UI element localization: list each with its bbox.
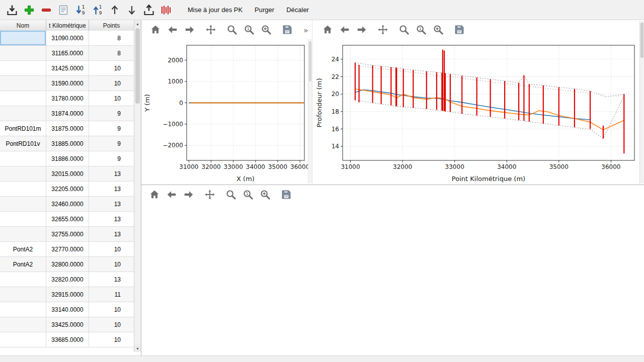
export-icon[interactable]	[141, 2, 157, 18]
cell-nom[interactable]: PontA2	[0, 257, 46, 272]
cell-nom[interactable]	[0, 76, 46, 91]
cell-pk[interactable]: 31886.0000	[46, 151, 89, 166]
cell-points[interactable]: 10	[89, 91, 134, 106]
form-icon[interactable]	[55, 2, 71, 18]
cell-nom[interactable]	[0, 197, 46, 212]
zoom-one-icon[interactable]: 1	[414, 23, 428, 37]
scrollbar-thumb[interactable]	[640, 23, 643, 58]
zoom-select-icon[interactable]	[259, 23, 273, 37]
cell-pk[interactable]: 31885.0000	[46, 136, 89, 151]
sort-desc-icon[interactable]: 19	[72, 2, 89, 18]
cell-nom[interactable]	[0, 212, 46, 227]
cell-points[interactable]: 13	[89, 197, 134, 212]
cell-nom[interactable]	[0, 106, 46, 121]
cell-pk[interactable]: 32915.0000	[46, 287, 89, 302]
cell-pk[interactable]: 32755.0000	[46, 227, 89, 242]
cell-pk[interactable]: 32015.0000	[46, 166, 89, 182]
home-icon[interactable]	[148, 23, 163, 37]
cell-nom[interactable]	[0, 91, 46, 106]
sections-icon[interactable]	[158, 2, 174, 18]
zoom-select-icon[interactable]	[431, 23, 445, 37]
pan-icon[interactable]	[204, 23, 218, 37]
forward-icon[interactable]	[355, 23, 369, 37]
profile-scrollbar[interactable]	[639, 21, 644, 184]
cell-points[interactable]: 13	[89, 166, 134, 182]
cell-pk[interactable]: 32800.0000	[46, 257, 89, 272]
plan-view-scrollbar[interactable]	[308, 39, 312, 184]
save-icon[interactable]	[452, 23, 466, 37]
cell-pk[interactable]: 32820.0000	[46, 272, 89, 287]
cell-points[interactable]: 13	[89, 212, 134, 227]
cell-nom[interactable]	[0, 31, 46, 46]
cell-points[interactable]: 9	[89, 136, 134, 151]
cell-nom[interactable]	[0, 151, 46, 166]
shift-button[interactable]: Décaler	[281, 3, 314, 17]
scrollbar-thumb[interactable]	[309, 41, 311, 81]
move-up-icon[interactable]	[107, 2, 123, 18]
cell-points[interactable]: 8	[89, 31, 134, 46]
cell-pk[interactable]: 31090.0000	[46, 31, 89, 46]
cell-nom[interactable]	[0, 166, 46, 182]
home-icon[interactable]	[147, 188, 162, 202]
pan-icon[interactable]	[376, 23, 390, 37]
cell-pk[interactable]: 33140.0000	[46, 302, 89, 317]
import-icon[interactable]	[4, 2, 20, 18]
empty-plot-canvas[interactable]	[141, 205, 644, 355]
cell-nom[interactable]	[0, 332, 46, 347]
column-header-nom[interactable]: Nom	[0, 20, 46, 31]
add-icon[interactable]	[21, 2, 37, 18]
cell-points[interactable]: 13	[89, 272, 134, 287]
zoom-icon[interactable]	[225, 23, 239, 37]
cell-nom[interactable]	[0, 287, 46, 302]
back-icon[interactable]	[166, 23, 180, 37]
cell-points[interactable]: 13	[89, 227, 134, 242]
cell-pk[interactable]: 31165.0000	[46, 46, 89, 61]
sort-asc-icon[interactable]: 19	[90, 2, 106, 18]
cell-points[interactable]: 9	[89, 106, 134, 121]
cell-points[interactable]: 10	[89, 61, 134, 76]
zoom-icon[interactable]	[397, 23, 411, 37]
cell-pk[interactable]: 32655.0000	[46, 212, 89, 227]
cell-points[interactable]: 10	[89, 242, 134, 257]
zoom-icon[interactable]	[224, 188, 238, 202]
cell-nom[interactable]	[0, 317, 46, 332]
cell-pk[interactable]: 32770.0000	[46, 242, 89, 257]
pan-icon[interactable]	[203, 188, 217, 202]
cell-pk[interactable]: 32205.0000	[46, 182, 89, 197]
home-icon[interactable]	[320, 23, 335, 37]
zoom-select-icon[interactable]	[258, 188, 272, 202]
cell-points[interactable]: 10	[89, 302, 134, 317]
remove-icon[interactable]	[38, 2, 54, 18]
cell-pk[interactable]: 33425.0000	[46, 317, 89, 332]
cell-nom[interactable]	[0, 227, 46, 242]
cell-points[interactable]: 10	[89, 257, 134, 272]
scroll-up-button[interactable]: ▲	[134, 20, 141, 27]
cell-points[interactable]: 13	[89, 182, 134, 197]
toolbar-overflow-icon[interactable]: »	[304, 26, 308, 34]
scroll-down-button[interactable]: ▼	[134, 345, 141, 352]
cell-nom[interactable]	[0, 272, 46, 287]
cell-nom[interactable]	[0, 46, 46, 61]
cell-pk[interactable]: 31780.0000	[46, 91, 89, 106]
purge-button[interactable]: Purger	[249, 3, 280, 17]
back-icon[interactable]	[165, 188, 179, 202]
cell-pk[interactable]: 31874.0000	[46, 106, 89, 121]
cell-nom[interactable]: PontRD101m	[0, 121, 46, 136]
column-header-points[interactable]: Points	[89, 20, 134, 31]
cell-pk[interactable]: 31590.0000	[46, 76, 89, 91]
zoom-one-icon[interactable]: 1	[241, 188, 255, 202]
table-scrollbar[interactable]: ▲ ▼	[134, 20, 141, 352]
save-icon[interactable]	[280, 23, 294, 37]
cell-pk[interactable]: 32460.0000	[46, 197, 89, 212]
update-pk-button[interactable]: Mise à jour des PK	[182, 3, 248, 17]
cell-nom[interactable]: PontA2	[0, 242, 46, 257]
plan-view-chart[interactable]: 310003200033000340003500036000−2000−1000…	[142, 39, 308, 185]
cell-points[interactable]: 10	[89, 317, 134, 332]
cell-points[interactable]: 10	[89, 76, 134, 91]
cell-nom[interactable]	[0, 302, 46, 317]
forward-icon[interactable]	[182, 188, 196, 202]
cell-pk[interactable]: 31875.0000	[46, 121, 89, 136]
save-icon[interactable]	[279, 188, 293, 202]
move-down-icon[interactable]	[124, 2, 140, 18]
column-header-pk[interactable]: t Kilométrique	[46, 20, 89, 31]
